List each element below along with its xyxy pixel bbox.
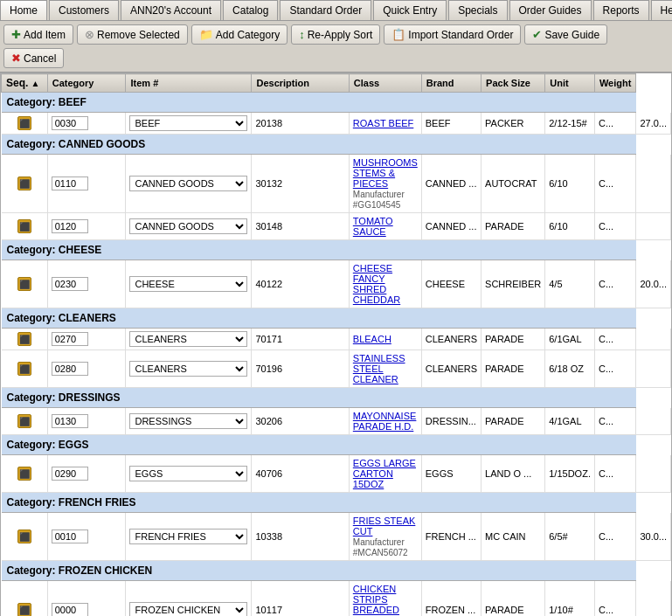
category-select[interactable]: CLEANERS	[129, 331, 247, 347]
class-cell: CLEANERS	[421, 350, 481, 388]
class-cell: CANNED ...	[421, 213, 481, 240]
description-cell: TOMATO SAUCE	[349, 213, 421, 240]
description-cell: ROAST BEEF	[349, 113, 421, 135]
reapply-sort-button[interactable]: ↕ Re-Apply Sort	[291, 24, 380, 45]
weight-cell: 27.0...	[636, 113, 671, 135]
nav-tab-customers[interactable]: Customers	[49, 0, 119, 20]
brand-cell: PARADE	[481, 329, 545, 350]
category-header-row: Category: CANNED GOODS	[2, 135, 671, 155]
brand-cell: AUTOCRAT	[481, 155, 545, 213]
save-guide-button[interactable]: ✔ Save Guide	[524, 24, 607, 45]
brand-cell: PACKER	[481, 113, 545, 135]
category-select[interactable]: CLEANERS	[129, 361, 247, 377]
category-select[interactable]: CHEESE	[129, 276, 247, 292]
seq-input[interactable]	[52, 362, 88, 376]
nav-tab-home[interactable]: Home	[0, 0, 47, 20]
item-link[interactable]: ROAST BEEF	[353, 118, 413, 128]
nav-tab-standard-order[interactable]: Standard Order	[280, 0, 371, 20]
seq-input[interactable]	[52, 467, 88, 481]
item-num-cell: 30148	[252, 213, 349, 240]
item-link[interactable]: MAYONNAISE PARADE H.D.	[353, 411, 417, 432]
nav-tab-reports[interactable]: Reports	[593, 0, 649, 20]
seq-input[interactable]	[52, 277, 88, 291]
category-select[interactable]: DRESSINGS	[129, 413, 247, 429]
order-guide-table-wrapper[interactable]: Seq. ▲ Category Item # Description Class…	[0, 73, 672, 616]
description-cell: MAYONNAISE PARADE H.D.	[349, 408, 421, 435]
item-link[interactable]: EGGS LARGE CARTON 15DOZ	[353, 458, 416, 489]
remove-selected-label: Remove Selected	[97, 29, 180, 41]
add-category-button[interactable]: 📁 Add Category	[191, 24, 288, 45]
item-num-cell: 70196	[252, 350, 349, 388]
brand-cell: PARADE	[481, 213, 545, 240]
col-header-class[interactable]: Class	[349, 74, 421, 93]
seq-input[interactable]	[52, 414, 88, 428]
item-icon: ⬛	[17, 467, 31, 481]
class-cell: EGGS	[421, 455, 481, 493]
seq-input[interactable]	[52, 176, 88, 190]
pack-size-cell: 6/5#	[545, 513, 595, 561]
seq-cell	[47, 213, 126, 240]
col-header-unit[interactable]: Unit	[545, 74, 595, 93]
item-link[interactable]: BLEACH	[353, 334, 391, 344]
nav-tab-specials[interactable]: Specials	[448, 0, 507, 20]
save-guide-icon: ✔	[532, 28, 542, 41]
nav-tab-help[interactable]: Help	[651, 0, 672, 20]
pack-size-cell: 6/1GAL	[545, 329, 595, 350]
weight-cell	[636, 213, 671, 240]
nav-tab-catalog[interactable]: Catalog	[223, 0, 278, 20]
item-link[interactable]: FRIES STEAK CUT	[353, 516, 416, 536]
weight-cell: 30.0...	[636, 513, 671, 561]
unit-cell: C...	[594, 260, 635, 308]
category-cell: EGGS	[126, 455, 252, 493]
description-cell: MUSHROOMS STEMS & PIECESManufacturer #GG…	[349, 155, 421, 213]
description-cell: BLEACH	[349, 329, 421, 350]
pack-size-cell: 6/18 OZ	[545, 350, 595, 388]
item-link[interactable]: MUSHROOMS STEMS & PIECES	[353, 157, 418, 189]
col-header-weight[interactable]: Weight	[594, 74, 635, 93]
unit-cell: C...	[594, 513, 635, 561]
unit-cell: C...	[594, 581, 635, 617]
item-link[interactable]: CHICKEN STRIPS BREADED	[353, 584, 399, 615]
col-header-brand[interactable]: Brand	[421, 74, 481, 93]
weight-cell	[636, 329, 671, 350]
category-select[interactable]: CANNED GOODS	[129, 218, 247, 234]
nav-tab-order-guides[interactable]: Order Guides	[509, 0, 592, 20]
col-header-item[interactable]: Item #	[126, 74, 252, 93]
col-header-category[interactable]: Category	[47, 74, 126, 93]
add-item-button[interactable]: ✚ Add Item	[3, 24, 73, 45]
col-header-description[interactable]: Description	[252, 74, 349, 93]
unit-cell: C...	[594, 329, 635, 350]
pack-size-cell: 4/5	[545, 260, 595, 308]
seq-input[interactable]	[52, 116, 88, 130]
item-link[interactable]: TOMATO SAUCE	[353, 216, 393, 237]
category-select[interactable]: EGGS	[129, 466, 247, 481]
import-icon: 📋	[391, 28, 405, 41]
item-link[interactable]: CHEESE FANCY SHRED CHEDDAR	[353, 263, 400, 305]
navigation-bar: Home Customers ANN20's Account Catalog S…	[0, 0, 672, 21]
import-label: Import Standard Order	[408, 29, 513, 41]
item-icon: ⬛	[17, 603, 31, 616]
category-cell: CLEANERS	[126, 329, 252, 350]
category-select[interactable]: FRENCH FRIES	[129, 529, 247, 544]
import-standard-button[interactable]: 📋 Import Standard Order	[384, 24, 521, 45]
nav-tab-quick-entry[interactable]: Quick Entry	[373, 0, 447, 20]
item-link[interactable]: STAINLESS STEEL CLEANER	[353, 353, 405, 384]
category-select[interactable]: CANNED GOODS	[129, 176, 247, 191]
seq-input[interactable]	[52, 219, 88, 233]
nav-tab-account[interactable]: ANN20's Account	[121, 0, 221, 20]
col-header-seq[interactable]: Seq. ▲	[2, 74, 48, 93]
weight-cell	[636, 408, 671, 435]
category-select[interactable]: FROZEN CHICKEN	[129, 602, 247, 616]
seq-input[interactable]	[52, 332, 88, 346]
cancel-button[interactable]: ✖ Cancel	[3, 48, 64, 68]
item-icon: ⬛	[17, 219, 31, 233]
category-header-row: Category: BEEF	[2, 93, 671, 113]
category-select[interactable]: BEEF	[129, 115, 247, 131]
seq-input[interactable]	[52, 603, 88, 616]
item-num-cell: 30206	[252, 408, 349, 435]
brand-cell: MC CAIN	[481, 513, 545, 561]
category-cell: BEEF	[126, 113, 252, 135]
seq-input[interactable]	[52, 529, 88, 543]
remove-selected-button[interactable]: ⊗ Remove Selected	[77, 24, 188, 45]
col-header-pack-size[interactable]: Pack Size	[481, 74, 545, 93]
